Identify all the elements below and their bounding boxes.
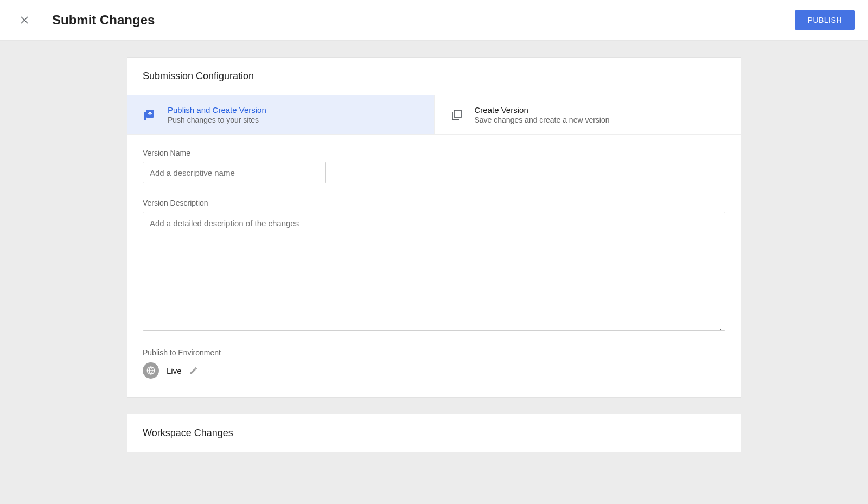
top-bar-left: Submit Changes bbox=[20, 12, 155, 28]
environment-row: Live bbox=[143, 362, 725, 379]
option-text: Publish and Create Version Push changes … bbox=[168, 105, 266, 124]
option-text: Create Version Save changes and create a… bbox=[475, 105, 610, 124]
version-desc-group: Version Description bbox=[143, 199, 725, 333]
version-desc-label: Version Description bbox=[143, 199, 725, 207]
version-name-group: Version Name bbox=[143, 149, 725, 183]
option-publish-create-version[interactable]: Publish and Create Version Push changes … bbox=[127, 95, 435, 134]
publish-upload-icon bbox=[143, 109, 156, 122]
option-title: Publish and Create Version bbox=[168, 105, 266, 114]
submission-configuration-card: Submission Configuration Publish and Cre… bbox=[127, 57, 741, 398]
card-header: Workspace Changes bbox=[127, 414, 741, 452]
publish-env-group: Publish to Environment Live bbox=[143, 348, 725, 379]
environment-name: Live bbox=[167, 366, 182, 375]
workspace-changes-card: Workspace Changes bbox=[127, 414, 741, 452]
option-row: Publish and Create Version Push changes … bbox=[127, 95, 741, 135]
version-name-label: Version Name bbox=[143, 149, 725, 157]
main-content: Submission Configuration Publish and Cre… bbox=[127, 57, 741, 452]
create-version-icon bbox=[450, 109, 463, 122]
form-body: Version Name Version Description Publish… bbox=[127, 135, 741, 397]
option-create-version[interactable]: Create Version Save changes and create a… bbox=[435, 95, 741, 134]
svg-rect-4 bbox=[454, 110, 461, 117]
version-name-input[interactable] bbox=[143, 162, 326, 183]
card-header: Submission Configuration bbox=[127, 58, 741, 95]
page-title: Submit Changes bbox=[52, 12, 155, 28]
option-title: Create Version bbox=[475, 105, 610, 114]
publish-button[interactable]: PUBLISH bbox=[795, 10, 855, 30]
top-bar: Submit Changes PUBLISH bbox=[0, 0, 868, 41]
option-desc: Push changes to your sites bbox=[168, 116, 266, 124]
close-icon[interactable] bbox=[20, 15, 29, 25]
option-desc: Save changes and create a new version bbox=[475, 116, 610, 124]
edit-icon[interactable] bbox=[189, 366, 198, 375]
svg-rect-2 bbox=[144, 112, 146, 120]
publish-env-label: Publish to Environment bbox=[143, 348, 725, 357]
version-desc-input[interactable] bbox=[143, 212, 725, 331]
globe-icon bbox=[143, 362, 159, 379]
